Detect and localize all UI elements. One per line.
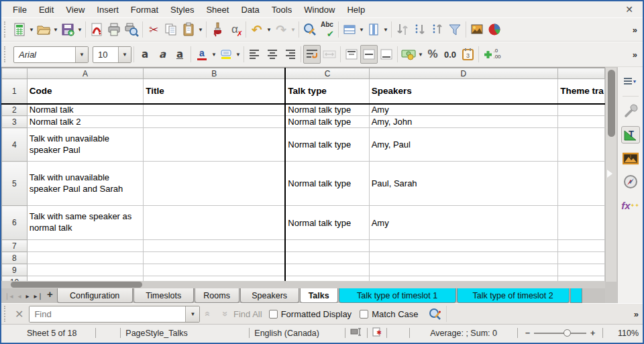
match-case-checkbox[interactable]: Match Case [360, 309, 418, 319]
spelling-icon[interactable]: Abc✔ [319, 20, 336, 39]
grid-corner[interactable] [2, 68, 28, 79]
cell-a5[interactable]: Talk with unavailable speaker Paul and S… [27, 162, 143, 206]
row-header[interactable]: 6 [2, 206, 28, 240]
sidebar-collapse-handle[interactable] [607, 170, 612, 178]
cell-c4[interactable]: Normal talk type [285, 128, 369, 162]
close-find-bar-icon[interactable]: ✕ [15, 308, 23, 321]
export-pdf-icon[interactable] [88, 20, 105, 39]
save-icon[interactable]: ★ [59, 20, 76, 39]
cell-b4[interactable] [144, 128, 286, 162]
find-history-dropdown-icon[interactable]: ▼ [185, 306, 199, 322]
sheet-tab-configuration[interactable]: Configuration [57, 288, 133, 303]
column-header-e[interactable] [558, 68, 605, 79]
column-header-b[interactable]: B [144, 68, 286, 79]
find-next-icon[interactable]: « [219, 311, 229, 317]
cell-a1[interactable]: Code [27, 79, 143, 104]
highlight-color-dropdown-icon[interactable]: ▼ [235, 45, 241, 64]
functions-icon[interactable]: fx✦✦ [621, 196, 640, 214]
toolbar-grip[interactable] [4, 21, 8, 38]
cell-d9[interactable] [369, 264, 557, 276]
first-sheet-icon[interactable]: ❘◂ [4, 292, 13, 300]
italic-icon[interactable]: a [154, 45, 171, 64]
find-and-replace-icon[interactable] [301, 20, 319, 39]
sort-ascending-icon[interactable] [429, 20, 446, 39]
toolbar-grip[interactable] [4, 306, 8, 322]
sort-icon[interactable] [394, 20, 411, 39]
menu-format[interactable]: Format [125, 3, 164, 17]
row-header[interactable]: 10 [2, 276, 28, 282]
page-style[interactable]: PageStyle_Talks [125, 329, 244, 338]
undo-icon[interactable]: ↶ [248, 20, 266, 39]
font-size-dropdown-icon[interactable]: ▼ [118, 47, 131, 62]
language-selector[interactable]: English (Canada) [254, 329, 339, 338]
sheet-position[interactable]: Sheet 5 of 18 [5, 329, 91, 338]
cell-a7[interactable] [27, 240, 143, 252]
styles-icon[interactable]: T [621, 126, 640, 144]
align-left-icon[interactable] [246, 45, 264, 64]
row-header[interactable]: 1 [2, 79, 28, 104]
cell-a9[interactable] [27, 264, 143, 276]
copy-icon[interactable] [162, 20, 180, 39]
cell-d2[interactable]: Amy [369, 104, 557, 116]
cell-d6[interactable]: Amy [369, 206, 557, 240]
column-icon[interactable] [365, 20, 382, 39]
menu-tools[interactable]: Tools [266, 3, 298, 17]
row-header[interactable]: 3 [2, 116, 28, 128]
cell-c5[interactable]: Normal talk type [285, 162, 369, 206]
align-center-vertically-icon[interactable] [360, 45, 378, 64]
sidebar-settings-icon[interactable]: ▼ [621, 72, 640, 90]
highlight-color-icon[interactable] [217, 45, 235, 64]
clone-formatting-icon[interactable] [209, 20, 226, 39]
checkbox-icon[interactable] [269, 310, 278, 319]
row-header[interactable]: 8 [2, 252, 28, 264]
cell-d1[interactable]: Speakers [369, 79, 557, 104]
sheet-tab-talks[interactable]: Talks [300, 288, 338, 303]
print-preview-icon[interactable] [123, 20, 140, 39]
spreadsheet-grid[interactable]: A B C D 1 Code Title Talk type Speakers … [1, 67, 605, 281]
cell-c6[interactable]: Normal talk type [285, 206, 369, 240]
save-dropdown-icon[interactable]: ▼ [76, 20, 83, 39]
cell-d7[interactable] [369, 240, 557, 252]
zoom-out-icon[interactable]: − [525, 329, 530, 338]
cell-d5[interactable]: Paul, Sarah [369, 162, 557, 206]
row-header[interactable]: 4 [2, 128, 28, 162]
cell-b7[interactable] [144, 240, 286, 252]
formatted-display-checkbox[interactable]: Formatted Display [269, 309, 352, 319]
currency-format-icon[interactable] [400, 45, 417, 64]
next-sheet-icon[interactable]: ▸ [25, 292, 29, 300]
cell-c1[interactable]: Talk type [285, 79, 369, 104]
toolbar-overflow-icon[interactable]: » [633, 50, 637, 60]
close-document-icon[interactable]: ✕ [625, 4, 633, 15]
navigator-icon[interactable] [621, 173, 640, 190]
horizontal-scrollbar-thumb[interactable] [11, 282, 142, 288]
underline-icon[interactable]: a [171, 45, 189, 64]
cell-c9[interactable] [285, 264, 369, 276]
menu-edit[interactable]: Edit [33, 3, 60, 17]
cell-e7[interactable] [558, 240, 605, 252]
align-center-icon[interactable] [264, 45, 281, 64]
cell-b6[interactable] [144, 206, 286, 240]
align-bottom-icon[interactable] [378, 45, 395, 64]
number-format-icon[interactable]: 0.0 [441, 45, 459, 64]
insert-image-icon[interactable] [468, 20, 486, 39]
vertical-scrollbar[interactable] [605, 68, 616, 282]
sheet-tab-partial[interactable] [570, 288, 582, 303]
properties-icon[interactable] [621, 103, 640, 120]
cell-d4[interactable]: Amy, Paul [369, 128, 557, 162]
cell-b1[interactable]: Title [144, 79, 286, 104]
menu-data[interactable]: Data [235, 3, 265, 17]
cell-c2[interactable]: Normal talk type [285, 104, 369, 116]
add-sheet-icon[interactable]: + [47, 288, 53, 303]
wrap-text-icon[interactable] [303, 45, 321, 64]
row-dropdown-icon[interactable]: ▼ [358, 20, 365, 39]
column-header-a[interactable]: A [27, 68, 143, 79]
horizontal-scrollbar[interactable] [1, 281, 605, 288]
insert-chart-icon[interactable] [486, 20, 503, 39]
sort-descending-icon[interactable] [411, 20, 429, 39]
font-name-dropdown-icon[interactable]: ▼ [75, 47, 88, 62]
column-header-d[interactable]: D [369, 68, 557, 79]
align-right-icon[interactable] [281, 45, 299, 64]
cell-e10[interactable] [558, 276, 605, 282]
row-header[interactable]: 9 [2, 264, 28, 276]
cell-e4[interactable] [558, 128, 605, 162]
